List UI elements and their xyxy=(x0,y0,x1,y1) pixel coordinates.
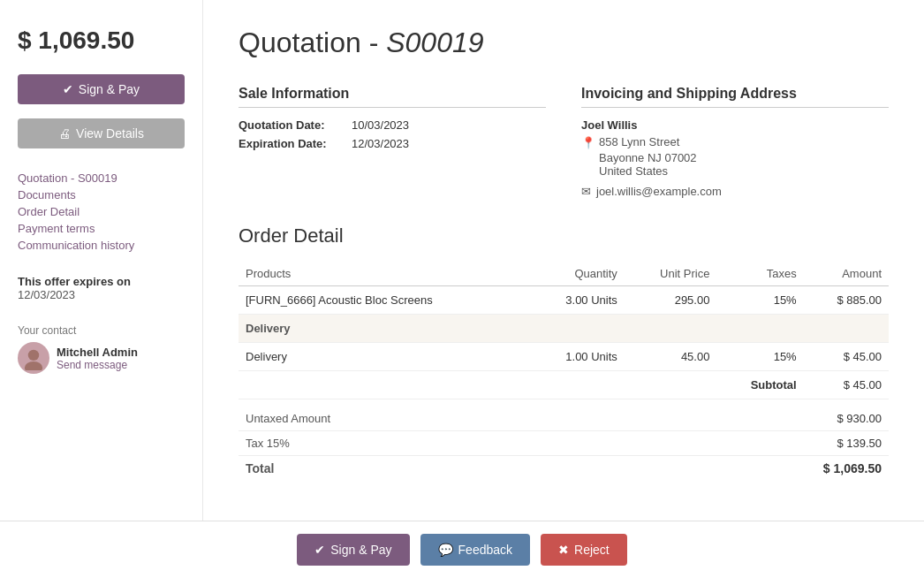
reject-button[interactable]: ✖ Reject xyxy=(541,534,627,566)
order-detail-heading: Order Detail xyxy=(239,224,889,247)
untaxed-amount-row: Untaxed Amount $ 930.00 xyxy=(239,407,889,431)
untaxed-amount-value: $ 930.00 xyxy=(837,412,882,425)
bottom-bar: ✔ Sign & Pay 💬 Feedback ✖ Reject xyxy=(0,521,924,578)
address-heading: Invoicing and Shipping Address xyxy=(581,86,889,108)
order-table: Products Quantity Unit Price Taxes Amoun… xyxy=(239,262,889,399)
quotation-date-row: Quotation Date: 10/03/2023 xyxy=(239,118,546,132)
col-unit-price: Unit Price xyxy=(625,262,717,286)
table-header-row: Products Quantity Unit Price Taxes Amoun… xyxy=(239,262,889,286)
contact-info: Mitchell Admin Send message xyxy=(18,342,185,374)
times-icon: ✖ xyxy=(558,543,569,557)
address-section: Invoicing and Shipping Address Joel Will… xyxy=(581,86,889,198)
table-row: Delivery 1.00 Units 45.00 15% $ 45.00 xyxy=(239,343,889,371)
product-name: [FURN_6666] Acoustic Bloc Screens xyxy=(239,286,529,315)
svg-point-0 xyxy=(28,350,39,361)
total-label: Total xyxy=(246,461,274,475)
offer-expires: This offer expires on 12/03/2023 xyxy=(18,275,185,301)
totals-section: Untaxed Amount $ 930.00 Tax 15% $ 139.50… xyxy=(239,407,889,481)
sidebar-amount: $ 1,069.50 xyxy=(18,27,185,55)
total-value: $ 1,069.50 xyxy=(823,461,882,475)
sidebar-link-payment-terms[interactable]: Payment terms xyxy=(18,222,185,235)
address-email: joel.willis@example.com xyxy=(596,185,722,198)
address-name: Joel Willis xyxy=(581,118,889,132)
contact-section: Your contact Mitchell Admin Send message xyxy=(18,324,185,374)
chat-icon: 💬 xyxy=(438,543,453,557)
info-row: Sale Information Quotation Date: 10/03/2… xyxy=(239,86,889,198)
col-taxes: Taxes xyxy=(716,262,803,286)
product-unit-price: 295.00 xyxy=(625,286,717,315)
sidebar-link-communication-history[interactable]: Communication history xyxy=(18,239,185,252)
grand-total-row: Total $ 1,069.50 xyxy=(239,456,889,481)
quotation-date-value: 10/03/2023 xyxy=(352,118,409,132)
delivery-section-row: Delivery xyxy=(239,315,889,343)
address-city: Bayonne NJ 07002 xyxy=(581,151,889,164)
delivery-section-label: Delivery xyxy=(239,315,889,343)
delivery-taxes: 15% xyxy=(716,343,803,371)
contact-name: Mitchell Admin xyxy=(57,346,138,359)
page-title: Quotation - S00019 xyxy=(239,27,889,59)
address-country: United States xyxy=(581,164,889,178)
tax-row: Tax 15% $ 139.50 xyxy=(239,431,889,456)
table-row: [FURN_6666] Acoustic Bloc Screens 3.00 U… xyxy=(239,286,889,315)
location-icon: 📍 xyxy=(581,136,595,149)
email-icon: ✉ xyxy=(581,185,591,198)
subtotal-row: Subtotal $ 45.00 xyxy=(239,371,889,399)
main-content: Quotation - S00019 Sale Information Quot… xyxy=(203,0,924,578)
expiration-date-row: Expiration Date: 12/03/2023 xyxy=(239,137,546,150)
product-quantity: 3.00 Units xyxy=(529,286,625,315)
sidebar-link-order-detail[interactable]: Order Detail xyxy=(18,205,185,218)
sidebar-link-documents[interactable]: Documents xyxy=(18,188,185,202)
sidebar-sign-pay-button[interactable]: ✔ Sign & Pay xyxy=(18,74,185,104)
subtotal-label: Subtotal xyxy=(716,371,803,399)
untaxed-amount-label: Untaxed Amount xyxy=(246,412,330,425)
col-products: Products xyxy=(239,262,529,286)
col-amount: Amount xyxy=(804,262,889,286)
tax-value: $ 139.50 xyxy=(837,437,882,450)
check-icon-bottom: ✔ xyxy=(314,543,325,557)
order-detail-section: Order Detail Products Quantity Unit Pric… xyxy=(239,224,889,481)
delivery-unit-price: 45.00 xyxy=(625,343,717,371)
feedback-button[interactable]: 💬 Feedback xyxy=(420,534,530,566)
contact-label: Your contact xyxy=(18,324,185,337)
sidebar: $ 1,069.50 ✔ Sign & Pay 🖨 View Details Q… xyxy=(0,0,203,578)
product-taxes: 15% xyxy=(716,286,803,315)
sidebar-links: Quotation - S00019 Documents Order Detai… xyxy=(18,171,185,252)
product-amount: $ 885.00 xyxy=(804,286,889,315)
bottom-sign-pay-button[interactable]: ✔ Sign & Pay xyxy=(297,534,409,566)
send-message-link[interactable]: Send message xyxy=(57,359,138,371)
avatar xyxy=(18,342,49,374)
delivery-name: Delivery xyxy=(239,343,529,371)
expiration-date-label: Expiration Date: xyxy=(239,137,345,150)
sidebar-link-quotation[interactable]: Quotation - S00019 xyxy=(18,171,185,185)
subtotal-value: $ 45.00 xyxy=(804,371,889,399)
email-line: ✉ joel.willis@example.com xyxy=(581,185,889,198)
expiration-date-value: 12/03/2023 xyxy=(352,137,409,150)
svg-point-1 xyxy=(25,361,42,370)
address-street-line: 📍 858 Lynn Street xyxy=(581,135,889,149)
delivery-quantity: 1.00 Units xyxy=(529,343,625,371)
quotation-date-label: Quotation Date: xyxy=(239,118,345,132)
tax-label: Tax 15% xyxy=(246,437,290,450)
sale-information: Sale Information Quotation Date: 10/03/2… xyxy=(239,86,546,198)
check-icon: ✔ xyxy=(63,82,73,96)
col-quantity: Quantity xyxy=(529,262,625,286)
sidebar-view-details-button[interactable]: 🖨 View Details xyxy=(18,118,185,148)
contact-details: Mitchell Admin Send message xyxy=(57,346,138,371)
printer-icon: 🖨 xyxy=(58,126,71,141)
delivery-amount: $ 45.00 xyxy=(804,343,889,371)
sale-info-heading: Sale Information xyxy=(239,86,546,108)
address-street: 858 Lynn Street xyxy=(599,135,679,148)
